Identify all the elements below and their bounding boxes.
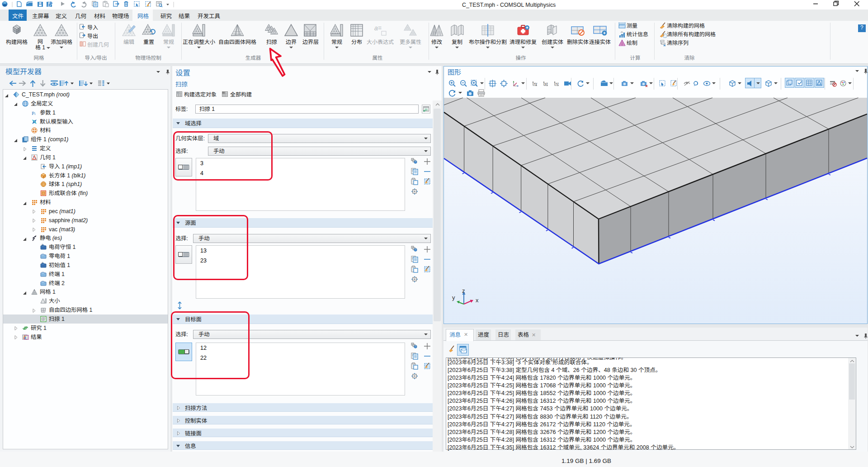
svg-text:a=: a= [374, 24, 382, 32]
svg-text:z: z [462, 287, 465, 294]
svg-text:y: y [452, 294, 455, 301]
svg-text:yz: yz [545, 81, 548, 86]
svg-text:xz: xz [556, 81, 559, 86]
svg-text:xy: xy [534, 81, 538, 86]
svg-text:x: x [476, 297, 479, 304]
svg-text:Pi: Pi [32, 110, 36, 115]
